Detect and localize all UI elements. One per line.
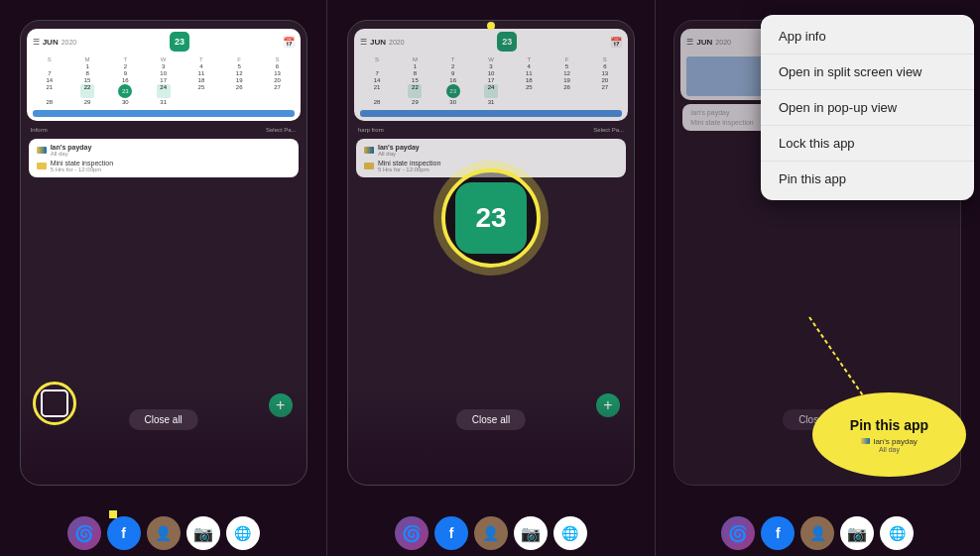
main-container: ☰ JUN 2020 23 📅 S M T W bbox=[0, 0, 980, 556]
dock-1: 🌀 f 👤 📷 🌐 bbox=[67, 516, 260, 550]
yellow-dot-1 bbox=[109, 510, 117, 518]
dock-icon-facebook-3[interactable]: f bbox=[761, 516, 795, 550]
dock-3: 🌀 f 👤 📷 🌐 bbox=[721, 516, 914, 550]
dock-icon-chrome-1[interactable]: 🌐 bbox=[226, 516, 260, 550]
phone-frame-1: ☰ JUN 2020 23 📅 S M T W bbox=[20, 20, 307, 486]
pin-highlight-bubble: Pin this app Ian's payday All day bbox=[812, 392, 966, 477]
menu-item-split-screen[interactable]: Open in split screen view bbox=[761, 55, 974, 90]
dock-icon-person-3[interactable]: 👤 bbox=[800, 516, 834, 550]
event-row-1: Ian's payday All day bbox=[37, 144, 291, 157]
dock-icon-chrome-2[interactable]: 🌐 bbox=[553, 516, 587, 550]
calendar-icon-1: 23 bbox=[170, 32, 189, 52]
menu-item-pin[interactable]: Pin this app bbox=[761, 162, 974, 196]
dock-icon-swirly-1[interactable]: 🌀 bbox=[67, 516, 101, 550]
yellow-dot-top bbox=[487, 22, 495, 30]
dock-icon-photos-1[interactable]: 📷 bbox=[186, 516, 220, 550]
event-row-2: Mini state inspection 5 Hrs for - 12:00p… bbox=[37, 160, 291, 172]
dock-2: 🌀 f 👤 📷 🌐 bbox=[395, 516, 587, 550]
menu-item-popup[interactable]: Open in pop-up view bbox=[761, 90, 974, 126]
close-all-1[interactable]: Close all bbox=[128, 409, 197, 430]
home-button[interactable] bbox=[41, 389, 68, 417]
close-all-2[interactable]: Close all bbox=[456, 409, 526, 430]
pin-event-label: Ian's payday bbox=[873, 437, 918, 446]
dock-icon-photos-2[interactable]: 📷 bbox=[514, 516, 548, 550]
dock-icon-swirly-3[interactable]: 🌀 bbox=[721, 516, 755, 550]
menu-item-app-info[interactable]: App info bbox=[761, 19, 974, 55]
home-button-area-1 bbox=[33, 382, 76, 425]
dock-icon-person-1[interactable]: 👤 bbox=[147, 516, 181, 550]
dock-icon-facebook-2[interactable]: f bbox=[434, 516, 468, 550]
home-button-highlight bbox=[33, 382, 76, 425]
dock-icon-swirly-2[interactable]: 🌀 bbox=[395, 516, 429, 550]
panel-2: ☰ JUN 2020 23 📅 SMTWTFS 123456 789101112… bbox=[327, 0, 654, 556]
calendar-icon-large: 23 bbox=[441, 168, 541, 268]
dock-icon-person-2[interactable]: 👤 bbox=[474, 516, 508, 550]
month-label-1: JUN bbox=[43, 38, 59, 47]
menu-item-lock[interactable]: Lock this app bbox=[761, 126, 974, 162]
pin-event-sublabel: All day bbox=[879, 446, 900, 453]
year-label-1: 2020 bbox=[61, 39, 77, 46]
dock-icon-photos-3[interactable]: 📷 bbox=[840, 516, 874, 550]
panel-3: ☰JUN2020 23 📅 Ian's payday Mini state in… bbox=[656, 0, 980, 556]
dock-icon-facebook-1[interactable]: f bbox=[107, 516, 141, 550]
context-menu: App info Open in split screen view Open … bbox=[761, 15, 974, 200]
dock-icon-chrome-3[interactable]: 🌐 bbox=[880, 516, 914, 550]
pin-highlight-title: Pin this app bbox=[850, 416, 928, 434]
panel-1: ☰ JUN 2020 23 📅 S M T W bbox=[0, 0, 326, 556]
